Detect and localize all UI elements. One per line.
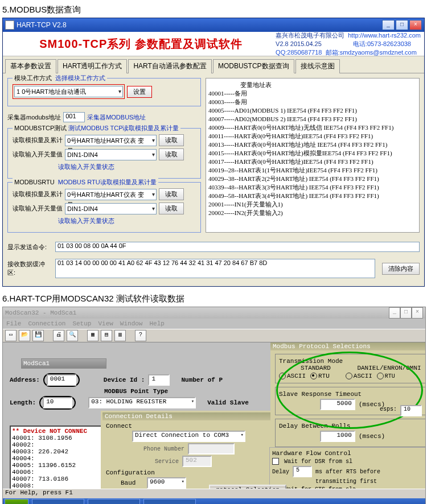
resp-timeout-input[interactable]: 5000 <box>320 399 355 410</box>
start-button[interactable] <box>5 499 28 504</box>
toolbar-misc2-icon[interactable]: ▤ <box>101 330 112 341</box>
app-icon <box>5 20 14 30</box>
tcp-legend: MODUBSTCP测试 <box>14 125 67 131</box>
point-type-label: MODBUS Point Type <box>104 388 168 395</box>
taskbar-item[interactable] <box>88 499 140 504</box>
tcp-analog-select[interactable]: 0号HART地址HART仪表 变量 <box>65 135 157 146</box>
device-id-label: Device Id : <box>104 377 145 383</box>
device-id-input[interactable]: 1 <box>148 374 170 386</box>
rtu-analog-select[interactable]: 0号HART地址HART仪表 变量 <box>65 189 157 200</box>
toolbar-help-icon[interactable]: ? <box>135 330 146 341</box>
std-ascii-radio[interactable] <box>279 373 286 379</box>
mode-set-button[interactable]: 设置 <box>127 86 152 98</box>
tcp-read-analog-button[interactable]: 读取 <box>159 134 184 146</box>
modscan-minimize-button[interactable]: _ <box>389 307 400 319</box>
taskbar-item[interactable] <box>143 499 196 504</box>
tab-1[interactable]: HART透明工作方式 <box>58 59 127 73</box>
maximize-button[interactable]: □ <box>396 20 408 30</box>
point-type-select[interactable]: 03: HOLDING REGISTER <box>88 397 196 408</box>
form-card: ModSca1 <box>21 358 106 369</box>
clear-button[interactable]: 清除内容 <box>382 263 420 275</box>
send-cmd-input[interactable]: 01 03 00 08 00 0A 44 0F <box>55 242 420 252</box>
phone-label: Phone Number <box>143 446 184 452</box>
section5-title: 5.MODBUS数据查询 <box>2 5 425 15</box>
tcp-input-status-label: 读取输入开关量状态 <box>58 163 114 171</box>
link-url[interactable]: http://www.hart-rs232.com <box>348 32 421 39</box>
mode-fieldset: 模块工作方式 选择模块工作方式 1 0号HART地址自动通讯 设置 <box>7 78 201 106</box>
connect-select[interactable]: Direct Connection to COM3 <box>132 431 245 442</box>
hfc-title: Hardware Flow Control <box>272 450 426 457</box>
email: 邮箱:smdzyaoms@smdznet.com <box>326 49 417 56</box>
rtu-din-select[interactable]: DIN1-DIN4 <box>65 203 157 214</box>
modscan-titlebar: ModScan32 - ModSca1 _ □ × <box>3 307 425 319</box>
toolbar-misc3-icon[interactable]: ▥ <box>114 330 126 341</box>
toolbar-preview-icon[interactable]: 🔍 <box>67 330 78 341</box>
address-table-box: 变量地址表40001-----备用 40003-----备用 40005----… <box>206 78 420 233</box>
toolbar-new-icon[interactable]: ▭ <box>5 330 17 341</box>
version: V2.8 2015.04.25 <box>276 40 322 47</box>
service-input: 502 <box>182 456 212 467</box>
toolbar-misc1-icon[interactable]: ▦ <box>87 330 98 341</box>
window-title: HART-TCP V2.8 <box>17 21 382 29</box>
baud-select[interactable]: 9600 <box>147 477 186 489</box>
modscan-menubar: FileConnectionSetupViewWindowHelp <box>3 319 425 329</box>
qq: QQ:2850687718 <box>276 49 322 56</box>
mode-legend: 模块工作方式 <box>14 75 52 81</box>
tcp-din-select[interactable]: DIN1-DIN4 <box>65 149 157 160</box>
rtu-read-din-button[interactable]: 读取 <box>159 203 184 214</box>
minimize-button[interactable]: _ <box>382 20 395 30</box>
length-input[interactable]: 10 <box>43 397 72 408</box>
polls-label: Number of P <box>181 377 223 383</box>
collector-blue-label: 采集器MODBUS地址 <box>87 113 146 122</box>
mode-select[interactable]: 1 0号HART地址自动通讯 <box>14 86 123 97</box>
delay-polls-input[interactable]: 1000 <box>320 431 355 442</box>
rtu-read-analog-button[interactable]: 读取 <box>159 188 184 200</box>
rtu-input-status-label: 读取输入开关量状态 <box>58 217 114 225</box>
modscan-maximize-button[interactable]: □ <box>400 307 412 319</box>
modscan-close-button[interactable]: × <box>412 307 423 319</box>
tab-2[interactable]: HART自动通讯参数配置 <box>128 59 211 73</box>
rtu-blue-legend: MODBUS RTU读取模拟量及累计量 <box>58 179 157 185</box>
collector-addr-input[interactable]: 001 <box>63 112 85 122</box>
tcp-read-din-button[interactable]: 读取 <box>159 148 184 160</box>
phone-input <box>188 443 235 455</box>
menu-help[interactable]: Help <box>149 320 164 327</box>
toolbar-save-icon[interactable]: 💾 <box>32 330 44 341</box>
send-cmd-label: 显示发送命令: <box>7 243 53 251</box>
form-card-title: ModSca1 <box>22 359 106 368</box>
menu-file[interactable]: File <box>6 320 21 327</box>
daniel-rtu-radio[interactable] <box>377 373 384 379</box>
tab-0[interactable]: 基本参数设置 <box>5 59 56 73</box>
modscan-toolbar: ▭ 📂 💾 🖨 🔍 ▦ ▤ ▥ ? <box>3 329 425 342</box>
proto-title: Modbus Protocol Selections <box>270 342 426 350</box>
toolbar-print-icon[interactable]: 🖨 <box>53 330 64 341</box>
tab-3[interactable]: MODBUSTCP数据查询 <box>213 59 294 73</box>
daniel-label: DANIEL/ENRON/OMNI <box>352 365 426 371</box>
section6-title: 6.HART-TCP用MODSCAN32 测试软件读取数据 <box>2 294 425 304</box>
menu-setup[interactable]: Setup <box>72 320 91 327</box>
tx-mode-label: Transmission Mode <box>279 358 426 365</box>
close-button[interactable]: × <box>409 20 422 30</box>
status-bar: For Help, press F1 <box>3 489 426 498</box>
std-rtu-radio[interactable] <box>310 373 317 379</box>
daniel-ascii-radio[interactable] <box>346 373 352 379</box>
tabs: 基本参数设置HART透明工作方式HART自动通讯参数配置MODBUSTCP数据查… <box>3 56 424 73</box>
valid-slave-label: Valid Slave <box>207 399 249 406</box>
toolbar-open-icon[interactable]: 📂 <box>19 330 30 341</box>
menu-view[interactable]: View <box>98 320 113 327</box>
hfc-rts-text: ms after RTS before <box>315 469 380 475</box>
address-input[interactable]: 0001 <box>47 374 76 386</box>
rtu-legend: MODBUSRTU <box>14 179 55 185</box>
delay-polls-label: Delay Between Polls <box>279 423 426 429</box>
menu-connection[interactable]: Connection <box>28 320 65 327</box>
address-table-list: 变量地址表40001-----备用 40003-----备用 40005----… <box>208 81 417 217</box>
hfc-rts-delay-input[interactable]: 5 <box>293 466 312 477</box>
menu-window[interactable]: Window <box>120 320 143 327</box>
mode-legend-blue: 选择模块工作方式 <box>55 75 105 81</box>
recv-buffer-input[interactable]: 01 03 14 00 00 00 00 41 A0 62 4F 43 12 7… <box>55 259 375 278</box>
tab-4[interactable]: 接线示意图 <box>295 59 340 73</box>
read-analog-label: 读取模拟量及累计 <box>13 136 63 144</box>
std-label: STANDARD <box>279 365 352 371</box>
hfc-dsr-checkbox[interactable] <box>272 458 279 465</box>
taskbar-item[interactable] <box>32 499 84 504</box>
